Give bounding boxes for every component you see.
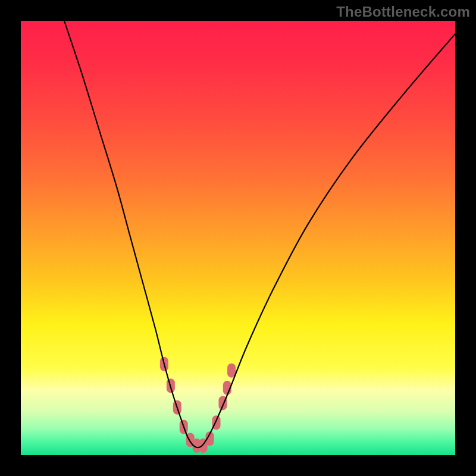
curve-layer — [21, 21, 455, 455]
markers-group — [160, 357, 236, 453]
plot-area — [21, 21, 455, 455]
chart-frame: TheBottleneck.com — [0, 0, 476, 476]
watermark-text: TheBottleneck.com — [336, 4, 470, 20]
bottleneck-curve — [64, 21, 455, 447]
